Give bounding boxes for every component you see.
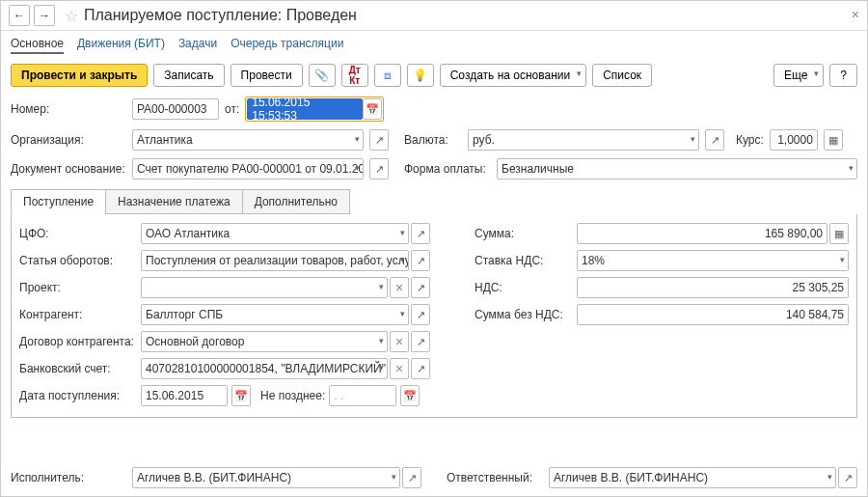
responsible-open-button[interactable] xyxy=(838,467,857,488)
tab-receipt[interactable]: Поступление xyxy=(11,189,106,214)
org-open-button[interactable] xyxy=(369,129,389,151)
post-button[interactable]: Провести xyxy=(231,64,303,87)
sum-novat-field[interactable]: 140 584,75 xyxy=(577,304,849,325)
calendar-icon xyxy=(234,390,248,402)
arrow-right-icon: → xyxy=(39,9,50,22)
turnover-field[interactable]: Поступления от реализации товаров, работ… xyxy=(141,250,409,271)
date-in-label: Дата поступления: xyxy=(19,389,135,402)
project-open-button[interactable] xyxy=(411,277,430,298)
open-icon xyxy=(711,134,719,147)
vat-rate-field[interactable]: 18% xyxy=(577,250,849,271)
bank-label: Банковский счет: xyxy=(19,362,135,375)
performer-open-button[interactable] xyxy=(402,467,421,488)
navtab-bit[interactable]: Движения (БИТ) xyxy=(77,37,165,54)
date-in-calendar-button[interactable] xyxy=(231,385,251,406)
responsible-field[interactable]: Агличев В.В. (БИТ.ФИНАНС) xyxy=(549,467,836,488)
org-label: Организация: xyxy=(11,133,126,147)
help-button[interactable]: ? xyxy=(829,64,857,87)
list-button[interactable]: Список xyxy=(592,64,652,87)
turnover-open-button[interactable] xyxy=(411,250,430,271)
contract-label: Договор контрагента: xyxy=(19,335,135,348)
responsible-label: Ответственный: xyxy=(447,471,543,484)
row-basis: Документ основание: Счет покупателю PA00… xyxy=(1,154,867,183)
tab-extra[interactable]: Дополнительно xyxy=(242,189,350,214)
tips-button[interactable] xyxy=(407,64,434,87)
calculator-icon xyxy=(834,228,844,240)
clear-icon xyxy=(395,280,403,295)
vat-field[interactable]: 25 305,25 xyxy=(577,277,849,298)
date-field-wrapper: 15.06.2015 15:53:53 xyxy=(245,97,384,122)
open-icon xyxy=(844,472,853,484)
navtab-tasks[interactable]: Задачи xyxy=(178,37,217,54)
basis-field[interactable]: Счет покупателю PA00-000001 от 09.01.201… xyxy=(132,158,364,179)
sum-calc-button[interactable] xyxy=(829,223,849,244)
open-icon xyxy=(408,472,417,484)
navtab-queue[interactable]: Очередь трансляции xyxy=(231,37,343,54)
open-icon xyxy=(417,282,425,294)
open-icon xyxy=(417,336,425,348)
payform-field[interactable]: Безналичные xyxy=(497,158,857,179)
nav-forward-button[interactable]: → xyxy=(34,5,55,26)
number-field[interactable]: PA00-000003 xyxy=(132,98,219,120)
currency-open-button[interactable] xyxy=(705,129,724,151)
payform-label: Форма оплаты: xyxy=(404,162,491,176)
project-label: Проект: xyxy=(19,281,135,294)
open-icon xyxy=(417,228,425,240)
basis-open-button[interactable] xyxy=(369,158,389,179)
rate-field[interactable]: 1,0000 xyxy=(770,129,818,151)
favorite-star-icon[interactable]: ☆ xyxy=(65,7,78,25)
cfo-open-button[interactable] xyxy=(411,223,430,244)
attach-button[interactable] xyxy=(309,64,336,87)
org-field[interactable]: Атлантика xyxy=(132,129,364,151)
sum-field[interactable]: 165 890,00 xyxy=(577,223,827,244)
save-button[interactable]: Записать xyxy=(153,64,224,87)
cfo-field[interactable]: ОАО Атлантика xyxy=(141,223,409,244)
bank-field[interactable]: 40702810100000001854, "ВЛАДИМИРСКИЙ" ФБ … xyxy=(141,358,388,379)
dk-button[interactable]: ДтКт xyxy=(341,64,368,87)
create-based-on-button[interactable]: Создать на основании xyxy=(440,64,587,87)
navtab-main[interactable]: Основное xyxy=(11,37,64,54)
footer-row: Исполнитель: Агличев В.В. (БИТ.ФИНАНС) О… xyxy=(11,467,857,488)
project-clear-button[interactable] xyxy=(390,277,409,298)
paperclip-icon xyxy=(314,69,329,82)
toolbar: Провести и закрыть Записать Провести ДтК… xyxy=(1,58,867,93)
contract-open-button[interactable] xyxy=(411,331,430,352)
contract-field[interactable]: Основной договор xyxy=(141,331,388,352)
not-later-label: Не позднее: xyxy=(260,389,325,402)
more-button[interactable]: Еще xyxy=(773,64,824,87)
open-icon xyxy=(417,255,425,267)
not-later-field[interactable]: . . xyxy=(329,385,396,406)
date-in-field[interactable]: 15.06.2015 xyxy=(141,385,228,406)
calendar-icon xyxy=(366,103,379,116)
number-label: Номер: xyxy=(11,102,126,116)
performer-field[interactable]: Агличев В.В. (БИТ.ФИНАНС) xyxy=(132,467,400,488)
date-calendar-button[interactable] xyxy=(363,98,382,120)
counterparty-field[interactable]: Баллторг СПБ xyxy=(141,304,409,325)
clear-icon xyxy=(395,361,403,376)
calculator-icon xyxy=(828,134,838,147)
tab-purpose[interactable]: Назначение платежа xyxy=(105,189,243,214)
cfo-label: ЦФО: xyxy=(19,227,135,240)
open-icon xyxy=(375,134,384,147)
structure-button[interactable] xyxy=(374,64,401,87)
nav-tabs: Основное Движения (БИТ) Задачи Очередь т… xyxy=(1,31,867,58)
page-title: Планируемое поступление: Проведен xyxy=(84,7,357,24)
bank-open-button[interactable] xyxy=(411,358,430,379)
panel-tabs: Поступление Назначение платежа Дополните… xyxy=(11,189,857,214)
open-icon xyxy=(417,363,425,375)
counterparty-open-button[interactable] xyxy=(411,304,430,325)
project-field[interactable] xyxy=(141,277,388,298)
nav-back-button[interactable]: ← xyxy=(9,5,30,26)
currency-field[interactable]: руб. xyxy=(468,129,699,151)
not-later-calendar-button[interactable] xyxy=(400,385,420,406)
receipt-panel: ЦФО: ОАО Атлантика Сумма: 165 890,00 Ста… xyxy=(11,214,857,418)
close-icon[interactable]: × xyxy=(852,7,859,22)
row-number: Номер: PA00-000003 от: 15.06.2015 15:53:… xyxy=(1,93,867,125)
contract-clear-button[interactable] xyxy=(390,331,409,352)
post-and-close-button[interactable]: Провести и закрыть xyxy=(11,64,148,87)
dtkt-icon: ДтКт xyxy=(349,65,361,86)
bank-clear-button[interactable] xyxy=(390,358,409,379)
rate-calc-button[interactable] xyxy=(824,129,843,151)
from-label: от: xyxy=(225,102,239,116)
date-field[interactable]: 15.06.2015 15:53:53 xyxy=(247,98,363,120)
